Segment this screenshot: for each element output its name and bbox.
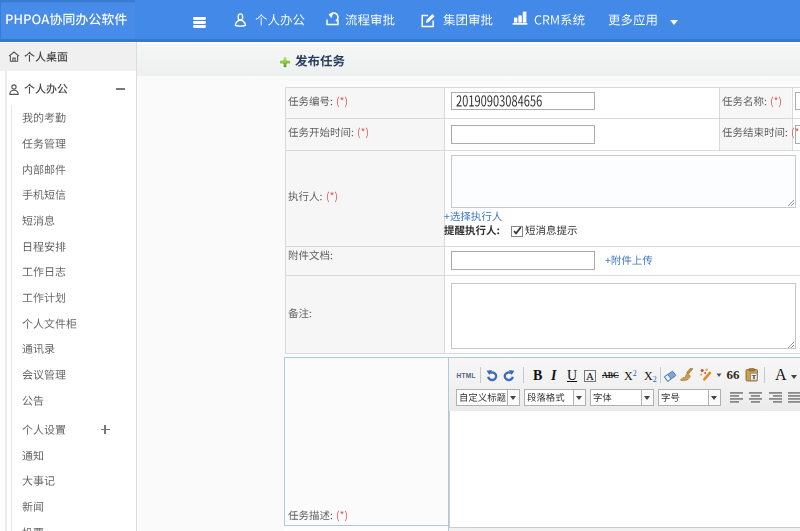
svg-text:T: T [752,373,757,380]
